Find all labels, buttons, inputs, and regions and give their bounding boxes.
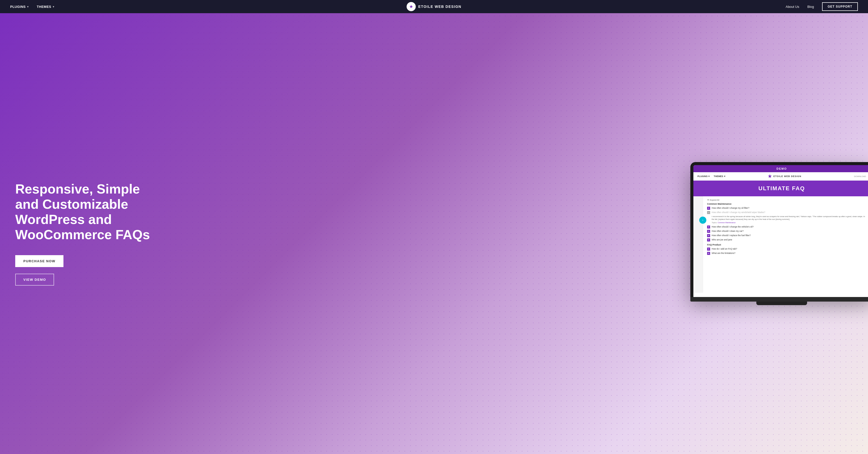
demo-faq-plus-icon-8[interactable]: + bbox=[707, 252, 710, 255]
demo-bar-label: DEMO bbox=[777, 167, 787, 170]
demo-hero-banner: ULTIMATE FAQ bbox=[693, 181, 868, 196]
main-nav: PLUGINS ▾ THEMES ▾ ★ ETOILE WEB DESIGN A… bbox=[0, 0, 868, 13]
nav-themes[interactable]: THEMES ▾ bbox=[37, 5, 54, 9]
nav-plugins[interactable]: PLUGINS ▾ bbox=[10, 5, 29, 9]
brand-name: ETOILE WEB DESIGN bbox=[418, 5, 461, 9]
demo-faq-question-3: How often should I change the vehicle's … bbox=[712, 225, 753, 228]
nav-center: ★ ETOILE WEB DESIGN bbox=[407, 2, 461, 11]
demo-faq-answer-2: I recommend it in the spring because all… bbox=[712, 215, 866, 221]
laptop-screen: DEMO PLUGINS ▾ THEMES ▾ bbox=[693, 165, 868, 297]
purchase-now-button[interactable]: PURCHASE NOW bbox=[15, 255, 63, 267]
demo-faq-item-8: + What are the limitations? bbox=[707, 252, 866, 255]
demo-bar: DEMO bbox=[693, 165, 868, 172]
get-support-button[interactable]: GET SUPPORT bbox=[822, 2, 858, 11]
demo-faq-item-7: + How do I add an FAQ tab? bbox=[707, 248, 866, 251]
demo-themes-label: THEMES bbox=[714, 175, 723, 177]
hero-content: Responsive, Simple and Customizable Word… bbox=[0, 182, 173, 285]
hero-section: Responsive, Simple and Customizable Word… bbox=[0, 13, 868, 454]
demo-nav-left: PLUGINS ▾ THEMES ▾ bbox=[698, 175, 725, 177]
demo-nav: PLUGINS ▾ THEMES ▾ ETOILE WEB DESIGN DOW… bbox=[693, 172, 868, 181]
laptop-mockup: DEMO PLUGINS ▾ THEMES ▾ bbox=[690, 162, 868, 305]
demo-faq-question-8: What are the limitations? bbox=[712, 252, 736, 255]
demo-content: › ▼ Expand All Common Maintenance + How … bbox=[693, 196, 868, 293]
themes-chevron-icon: ▾ bbox=[53, 5, 54, 8]
demo-plugins-label: PLUGINS bbox=[698, 175, 708, 177]
demo-nav-center: ETOILE WEB DESIGN bbox=[768, 174, 801, 178]
plugins-chevron-icon: ▾ bbox=[27, 5, 29, 8]
demo-download-label[interactable]: DOWNLOAD bbox=[854, 175, 866, 177]
themes-label: THEMES bbox=[37, 5, 51, 9]
demo-faq-item-5: + How often should I replace the fuel fi… bbox=[707, 234, 866, 237]
nav-left: PLUGINS ▾ THEMES ▾ bbox=[10, 5, 54, 9]
demo-faq-question-5: How often should I replace the fuel filt… bbox=[712, 234, 751, 237]
star-icon: ★ bbox=[409, 4, 413, 9]
blog-link[interactable]: Blog bbox=[807, 5, 814, 9]
demo-faq-question-6: Who are joe and jane bbox=[712, 238, 732, 241]
demo-faq-minus-icon-2[interactable]: − bbox=[707, 211, 710, 214]
demo-faq-question-4: How often should I clean my car? bbox=[712, 230, 744, 233]
demo-faq-question-7: How do I add an FAQ tab? bbox=[712, 248, 737, 250]
demo-plugins-chevron: ▾ bbox=[708, 175, 710, 177]
demo-faq-plus-icon-6[interactable]: + bbox=[707, 238, 710, 241]
hero-buttons: PURCHASE NOW VIEW DEMO bbox=[15, 255, 157, 286]
plugins-label: PLUGINS bbox=[10, 5, 26, 9]
logo-icon: ★ bbox=[407, 2, 416, 11]
demo-star-icon bbox=[768, 174, 772, 178]
nav-right: About Us Blog GET SUPPORT bbox=[785, 2, 858, 11]
hero-title: Responsive, Simple and Customizable Word… bbox=[15, 182, 157, 242]
demo-brand-name: ETOILE WEB DESIGN bbox=[773, 175, 801, 177]
laptop-base bbox=[690, 297, 868, 301]
demo-nav-plugins[interactable]: PLUGINS ▾ bbox=[698, 175, 710, 177]
demo-expand-all[interactable]: ▼ Expand All bbox=[707, 199, 866, 201]
laptop-outer: DEMO PLUGINS ▾ THEMES ▾ bbox=[690, 162, 868, 297]
demo-sidebar: › bbox=[693, 196, 703, 293]
demo-faq-plus-icon-1[interactable]: + bbox=[707, 207, 710, 210]
demo-faq-item-2: − How often should I change my windshiel… bbox=[707, 211, 866, 214]
demo-main-content: ▼ Expand All Common Maintenance + How of… bbox=[703, 196, 868, 293]
demo-faq-plus-icon-4[interactable]: + bbox=[707, 230, 710, 233]
demo-hero-title: ULTIMATE FAQ bbox=[698, 185, 865, 192]
demo-faq-plus-icon-3[interactable]: + bbox=[707, 225, 710, 229]
demo-nav-themes[interactable]: THEMES ▾ bbox=[714, 175, 725, 177]
demo-faq-plus-icon-5[interactable]: + bbox=[707, 234, 710, 237]
about-us-link[interactable]: About Us bbox=[785, 5, 799, 9]
demo-faq-plus-icon-7[interactable]: + bbox=[707, 248, 710, 251]
demo-faq-item-4: + How often should I clean my car? bbox=[707, 230, 866, 233]
demo-topics-2: Topics: Common Maintenance bbox=[712, 222, 866, 223]
demo-themes-chevron: ▾ bbox=[724, 175, 725, 177]
view-demo-button[interactable]: VIEW DEMO bbox=[15, 274, 54, 286]
demo-faq-question-2: How often should I change my windshield … bbox=[712, 211, 765, 214]
demo-section1-title: Common Maintenance bbox=[707, 203, 866, 205]
demo-faq-item-1: + How often should I change my oil filte… bbox=[707, 207, 866, 210]
demo-section2-title: FAQ Product bbox=[707, 244, 866, 246]
demo-faq-item-6: + Who are joe and jane bbox=[707, 238, 866, 241]
demo-faq-item-3: + How often should I change the vehicle'… bbox=[707, 225, 866, 229]
laptop-stand bbox=[756, 301, 807, 305]
demo-faq-question-1: How often should I change my oil filter? bbox=[712, 207, 749, 209]
demo-topic-tag: Common Maintenance bbox=[718, 222, 736, 223]
